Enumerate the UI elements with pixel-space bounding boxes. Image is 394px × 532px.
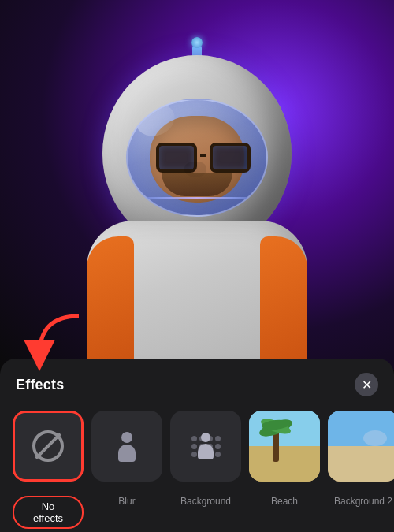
effects-panel: Effects ✕ bbox=[0, 359, 394, 532]
virtual-bg-icon-container bbox=[170, 411, 241, 482]
helmet-visor bbox=[126, 99, 268, 217]
background-label: Background bbox=[170, 493, 241, 532]
effect-blur[interactable] bbox=[91, 411, 162, 482]
person-silhouette bbox=[116, 432, 138, 460]
camera-view bbox=[0, 0, 394, 370]
effect-beach2[interactable] bbox=[328, 411, 394, 482]
beard bbox=[162, 173, 232, 196]
effects-title: Effects bbox=[16, 377, 64, 393]
antenna-dot bbox=[191, 37, 203, 48]
effect-beach[interactable] bbox=[249, 411, 320, 482]
svg-rect-8 bbox=[328, 446, 394, 482]
effects-list bbox=[0, 404, 394, 488]
no-effect-icon bbox=[32, 430, 64, 462]
astronaut-figure bbox=[63, 39, 331, 370]
no-effects-icon-container bbox=[13, 411, 84, 482]
no-effects-label: No effects bbox=[13, 493, 84, 532]
beach2-label: Background 2 bbox=[328, 493, 394, 532]
blur-icon-container bbox=[91, 411, 162, 482]
person-overlay bbox=[198, 433, 214, 459]
effects-labels: No effects Blur Background Beach Backgro… bbox=[0, 488, 394, 532]
suit-orange-right bbox=[260, 236, 307, 370]
glass-bridge bbox=[200, 154, 206, 157]
person-body bbox=[118, 445, 136, 462]
svg-point-9 bbox=[363, 430, 387, 446]
person-head bbox=[121, 432, 132, 443]
effect-no-effects[interactable] bbox=[13, 411, 84, 482]
beach-label: Beach bbox=[249, 493, 320, 532]
close-button[interactable]: ✕ bbox=[355, 373, 378, 396]
glass-right bbox=[210, 143, 251, 173]
selected-label-box: No effects bbox=[13, 496, 84, 529]
visor-glow bbox=[128, 197, 266, 199]
effects-header: Effects ✕ bbox=[0, 359, 394, 404]
blur-label: Blur bbox=[91, 493, 162, 532]
suit-orange-left bbox=[87, 236, 134, 370]
svg-rect-2 bbox=[249, 446, 320, 482]
suit-body bbox=[87, 221, 307, 370]
beach2-thumbnail bbox=[328, 411, 394, 482]
blur-icon bbox=[116, 432, 138, 460]
effect-virtual-bg[interactable] bbox=[170, 411, 241, 482]
virtual-bg-icon bbox=[186, 426, 225, 466]
beach-thumbnail bbox=[249, 411, 320, 482]
